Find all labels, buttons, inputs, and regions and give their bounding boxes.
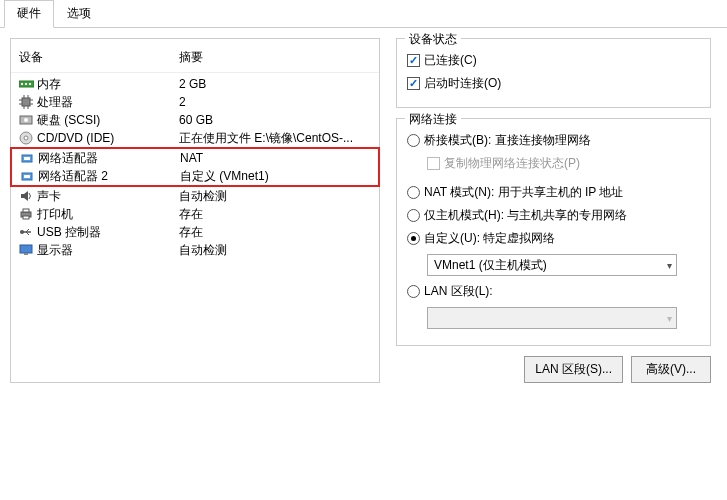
device-summary: 存在 xyxy=(179,224,371,241)
cd-icon xyxy=(19,131,37,145)
connected-checkbox[interactable] xyxy=(407,54,420,67)
device-status-title: 设备状态 xyxy=(405,31,461,48)
cpu-icon xyxy=(19,95,37,109)
tab-options[interactable]: 选项 xyxy=(54,0,104,27)
nat-label: NAT 模式(N): 用于共享主机的 IP 地址 xyxy=(424,184,623,201)
disk-icon xyxy=(19,114,37,126)
svg-rect-4 xyxy=(22,98,30,106)
device-summary: 自动检测 xyxy=(179,188,371,205)
memory-icon xyxy=(19,79,37,89)
device-summary: 2 xyxy=(179,95,371,109)
svg-marker-21 xyxy=(21,191,28,201)
advanced-button[interactable]: 高级(V)... xyxy=(631,356,711,383)
device-row-cpu[interactable]: 处理器 2 xyxy=(11,93,379,111)
svg-rect-30 xyxy=(24,253,28,255)
connected-label: 已连接(C) xyxy=(424,52,477,69)
replicate-label: 复制物理网络连接状态(P) xyxy=(444,155,580,172)
svg-rect-18 xyxy=(24,157,30,160)
device-row-usb[interactable]: USB 控制器 存在 xyxy=(11,223,379,241)
device-summary: 正在使用文件 E:\镜像\CentOS-... xyxy=(179,130,371,147)
svg-rect-1 xyxy=(21,83,23,85)
custom-network-value: VMnet1 (仅主机模式) xyxy=(434,257,547,274)
device-row-printer[interactable]: 打印机 存在 xyxy=(11,205,379,223)
sound-icon xyxy=(19,190,37,202)
network-title: 网络连接 xyxy=(405,111,461,128)
custom-radio-row[interactable]: 自定义(U): 特定虚拟网络 xyxy=(407,227,700,250)
device-name: 显示器 xyxy=(37,242,179,259)
lan-segment-button[interactable]: LAN 区段(S)... xyxy=(524,356,623,383)
device-summary: 存在 xyxy=(179,206,371,223)
device-name: 硬盘 (SCSI) xyxy=(37,112,179,129)
svg-point-14 xyxy=(24,118,28,122)
lan-segment-dropdown: ▾ xyxy=(427,307,677,329)
svg-rect-20 xyxy=(24,175,30,178)
device-row-display[interactable]: 显示器 自动检测 xyxy=(11,241,379,259)
header-summary: 摘要 xyxy=(179,49,371,66)
network-connection-group: 网络连接 桥接模式(B): 直接连接物理网络 复制物理网络连接状态(P) NAT… xyxy=(396,118,711,346)
bridge-radio[interactable] xyxy=(407,134,420,147)
settings-panel: 设备状态 已连接(C) 启动时连接(O) 网络连接 桥接模式(B): 直接连接物… xyxy=(390,38,717,383)
tab-bar: 硬件 选项 xyxy=(0,0,727,28)
lan-radio-row[interactable]: LAN 区段(L): xyxy=(407,280,700,303)
connect-power-label: 启动时连接(O) xyxy=(424,75,501,92)
device-name: 网络适配器 xyxy=(38,150,180,167)
tab-hardware[interactable]: 硬件 xyxy=(4,0,54,28)
device-row-memory[interactable]: 内存 2 GB xyxy=(11,75,379,93)
device-name: 网络适配器 2 xyxy=(38,168,180,185)
device-name: 内存 xyxy=(37,76,179,93)
nat-radio[interactable] xyxy=(407,186,420,199)
chevron-down-icon: ▾ xyxy=(667,313,672,324)
device-list: 内存 2 GB 处理器 2 硬盘 (SCSI) 60 GB CD/DVD (ID… xyxy=(11,75,379,259)
header-device: 设备 xyxy=(19,49,179,66)
printer-icon xyxy=(19,208,37,220)
replicate-checkbox xyxy=(427,157,440,170)
device-name: 声卡 xyxy=(37,188,179,205)
bridge-radio-row[interactable]: 桥接模式(B): 直接连接物理网络 xyxy=(407,129,700,152)
bridge-label: 桥接模式(B): 直接连接物理网络 xyxy=(424,132,591,149)
content: 设备 摘要 内存 2 GB 处理器 2 硬盘 (SCSI) 60 GB CD/D… xyxy=(0,28,727,393)
device-name: 打印机 xyxy=(37,206,179,223)
lan-radio[interactable] xyxy=(407,285,420,298)
display-icon xyxy=(19,244,37,256)
device-summary: 自动检测 xyxy=(179,242,371,259)
network-icon xyxy=(20,170,38,182)
device-row-disk[interactable]: 硬盘 (SCSI) 60 GB xyxy=(11,111,379,129)
device-list-panel: 设备 摘要 内存 2 GB 处理器 2 硬盘 (SCSI) 60 GB CD/D… xyxy=(10,38,380,383)
device-summary: 自定义 (VMnet1) xyxy=(180,168,370,185)
nat-radio-row[interactable]: NAT 模式(N): 用于共享主机的 IP 地址 xyxy=(407,181,700,204)
button-row: LAN 区段(S)... 高级(V)... xyxy=(396,356,711,383)
hostonly-radio[interactable] xyxy=(407,209,420,222)
device-row-net2[interactable]: 网络适配器 2 自定义 (VMnet1) xyxy=(12,167,378,185)
usb-icon xyxy=(19,226,37,238)
custom-radio[interactable] xyxy=(407,232,420,245)
connected-checkbox-row[interactable]: 已连接(C) xyxy=(407,49,700,72)
svg-rect-3 xyxy=(29,83,31,85)
device-status-group: 设备状态 已连接(C) 启动时连接(O) xyxy=(396,38,711,108)
network-icon xyxy=(20,152,38,164)
svg-point-16 xyxy=(24,136,28,140)
chevron-down-icon: ▾ xyxy=(667,260,672,271)
custom-label: 自定义(U): 特定虚拟网络 xyxy=(424,230,555,247)
lan-label: LAN 区段(L): xyxy=(424,283,493,300)
device-name: CD/DVD (IDE) xyxy=(37,131,179,145)
device-summary: 60 GB xyxy=(179,113,371,127)
hostonly-label: 仅主机模式(H): 与主机共享的专用网络 xyxy=(424,207,627,224)
replicate-checkbox-row: 复制物理网络连接状态(P) xyxy=(407,152,700,175)
highlight-box: 网络适配器 NAT 网络适配器 2 自定义 (VMnet1) xyxy=(10,147,380,187)
device-row-net1[interactable]: 网络适配器 NAT xyxy=(12,149,378,167)
device-summary: NAT xyxy=(180,151,370,165)
hostonly-radio-row[interactable]: 仅主机模式(H): 与主机共享的专用网络 xyxy=(407,204,700,227)
device-row-cd[interactable]: CD/DVD (IDE) 正在使用文件 E:\镜像\CentOS-... xyxy=(11,129,379,147)
custom-network-dropdown[interactable]: VMnet1 (仅主机模式) ▾ xyxy=(427,254,677,276)
svg-rect-23 xyxy=(23,209,29,212)
connect-power-checkbox[interactable] xyxy=(407,77,420,90)
device-name: 处理器 xyxy=(37,94,179,111)
connect-power-checkbox-row[interactable]: 启动时连接(O) xyxy=(407,72,700,95)
device-row-sound[interactable]: 声卡 自动检测 xyxy=(11,187,379,205)
device-name: USB 控制器 xyxy=(37,224,179,241)
svg-rect-29 xyxy=(20,245,32,253)
device-list-header: 设备 摘要 xyxy=(11,45,379,73)
svg-rect-2 xyxy=(25,83,27,85)
svg-rect-24 xyxy=(23,216,29,219)
device-summary: 2 GB xyxy=(179,77,371,91)
